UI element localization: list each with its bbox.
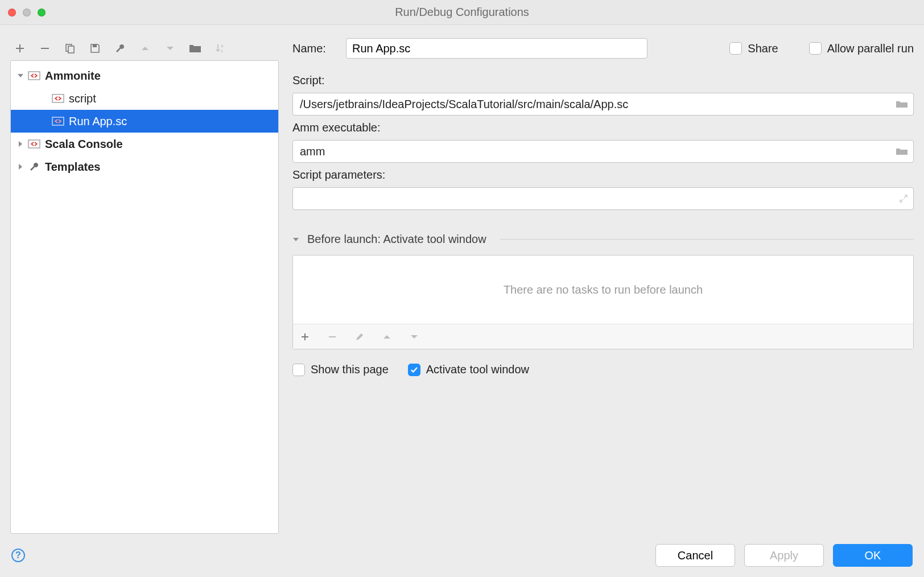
window-close-button[interactable]: [8, 9, 16, 17]
activate-window-checkbox[interactable]: [408, 364, 420, 376]
share-checkbox-row[interactable]: Share: [729, 42, 778, 55]
collapse-icon: [292, 236, 299, 243]
sort-icon: az: [214, 43, 226, 54]
amm-label: Amm executable:: [292, 121, 914, 134]
tree-item-run-app[interactable]: Run App.sc: [11, 110, 278, 133]
remove-task-button[interactable]: [326, 331, 339, 343]
show-page-row[interactable]: Show this page: [292, 363, 389, 376]
tasks-list: There are no tasks to run before launch: [292, 255, 914, 349]
before-launch-section: Before launch: Activate tool window Ther…: [292, 233, 914, 376]
tasks-toolbar: [293, 324, 913, 349]
plus-icon: [300, 332, 310, 341]
folder-open-icon: [896, 147, 908, 156]
share-label: Share: [748, 42, 778, 55]
activate-window-label: Activate tool window: [426, 363, 529, 376]
tree-node-label: Run App.sc: [69, 115, 127, 128]
copy-icon: [64, 43, 76, 54]
show-page-checkbox[interactable]: [292, 364, 305, 376]
tree-node-label: Ammonite: [45, 69, 101, 83]
tree-item-script[interactable]: script: [11, 87, 278, 110]
params-label: Script parameters:: [292, 168, 914, 182]
save-icon: [89, 43, 101, 54]
chevron-down-icon: [410, 333, 418, 341]
svg-rect-1: [68, 46, 74, 53]
sort-button[interactable]: az: [214, 42, 226, 55]
window-controls: [8, 9, 46, 17]
browse-amm-button[interactable]: [896, 147, 908, 156]
expand-icon: [16, 72, 24, 80]
edit-defaults-button[interactable]: [114, 42, 126, 55]
wrench-icon: [28, 162, 40, 172]
svg-text:z: z: [221, 48, 223, 53]
folder-button[interactable]: [189, 42, 201, 55]
window-minimize-button[interactable]: [23, 9, 31, 17]
move-down-button[interactable]: [164, 42, 176, 55]
minus-icon: [40, 43, 50, 53]
dialog-footer: ? Cancel Apply OK: [0, 534, 924, 577]
name-row: Name: Share Allow parallel run: [292, 36, 914, 60]
pencil-icon: [355, 332, 364, 341]
config-icon: [52, 93, 64, 104]
remove-config-button[interactable]: [39, 42, 51, 55]
svg-rect-5: [28, 72, 40, 80]
save-config-button[interactable]: [89, 42, 101, 55]
share-checkbox[interactable]: [729, 42, 742, 55]
params-input[interactable]: [292, 187, 914, 210]
tree-group-scala-console[interactable]: Scala Console: [11, 133, 278, 155]
activate-window-row[interactable]: Activate tool window: [408, 363, 529, 376]
svg-rect-6: [52, 94, 64, 102]
tree-node-label: script: [69, 92, 96, 105]
add-config-button[interactable]: [14, 42, 26, 55]
tree-group-templates[interactable]: Templates: [11, 155, 278, 178]
configurations-tree[interactable]: Ammonite script Run App.sc Scala Console…: [10, 60, 279, 534]
parallel-label: Allow parallel run: [827, 42, 914, 55]
config-editor: Name: Share Allow parallel run Script: A…: [292, 36, 914, 534]
script-input[interactable]: [292, 93, 914, 116]
expand-params-button[interactable]: [899, 194, 908, 203]
wrench-icon: [114, 43, 126, 54]
config-icon: [28, 71, 40, 81]
config-toolbar: az: [10, 36, 279, 60]
ok-button[interactable]: OK: [833, 544, 913, 567]
before-launch-header[interactable]: Before launch: Activate tool window: [292, 233, 914, 246]
svg-text:a: a: [221, 43, 224, 48]
minus-icon: [328, 332, 337, 341]
name-input[interactable]: [346, 38, 647, 59]
svg-rect-8: [28, 140, 40, 148]
collapse-icon: [16, 140, 24, 148]
add-task-button[interactable]: [299, 331, 311, 343]
move-up-button[interactable]: [139, 42, 151, 55]
dialog-content: az Ammonite script Run App.sc Scala Cons…: [0, 25, 924, 534]
config-form: Script: Amm executable: Script parameter…: [292, 74, 914, 210]
tree-node-label: Scala Console: [45, 138, 123, 151]
collapse-icon: [16, 163, 24, 171]
chevron-down-icon: [166, 44, 175, 53]
config-icon: [52, 116, 64, 126]
left-panel: az Ammonite script Run App.sc Scala Cons…: [10, 36, 279, 534]
parallel-checkbox[interactable]: [809, 42, 822, 55]
edit-task-button[interactable]: [353, 331, 366, 343]
amm-input[interactable]: [292, 140, 914, 163]
parallel-checkbox-row[interactable]: Allow parallel run: [809, 42, 914, 55]
window-zoom-button[interactable]: [38, 9, 46, 17]
folder-icon: [189, 43, 201, 53]
tree-node-label: Templates: [45, 160, 100, 174]
name-label: Name:: [292, 42, 336, 55]
expand-icon: [899, 194, 908, 203]
config-icon: [28, 139, 40, 149]
tree-group-ammonite[interactable]: Ammonite: [11, 64, 278, 87]
titlebar: Run/Debug Configurations: [0, 0, 924, 25]
cancel-button[interactable]: Cancel: [655, 544, 735, 567]
plus-icon: [15, 43, 25, 53]
apply-button[interactable]: Apply: [744, 544, 824, 567]
show-page-label: Show this page: [311, 363, 389, 376]
launch-options: Show this page Activate tool window: [292, 363, 914, 376]
tasks-empty-text: There are no tasks to run before launch: [293, 255, 913, 324]
task-down-button[interactable]: [408, 331, 420, 343]
help-button[interactable]: ?: [11, 549, 25, 562]
svg-rect-2: [93, 44, 97, 47]
task-up-button[interactable]: [381, 331, 393, 343]
browse-script-button[interactable]: [896, 100, 908, 109]
copy-config-button[interactable]: [64, 42, 76, 55]
chevron-up-icon: [383, 333, 391, 341]
